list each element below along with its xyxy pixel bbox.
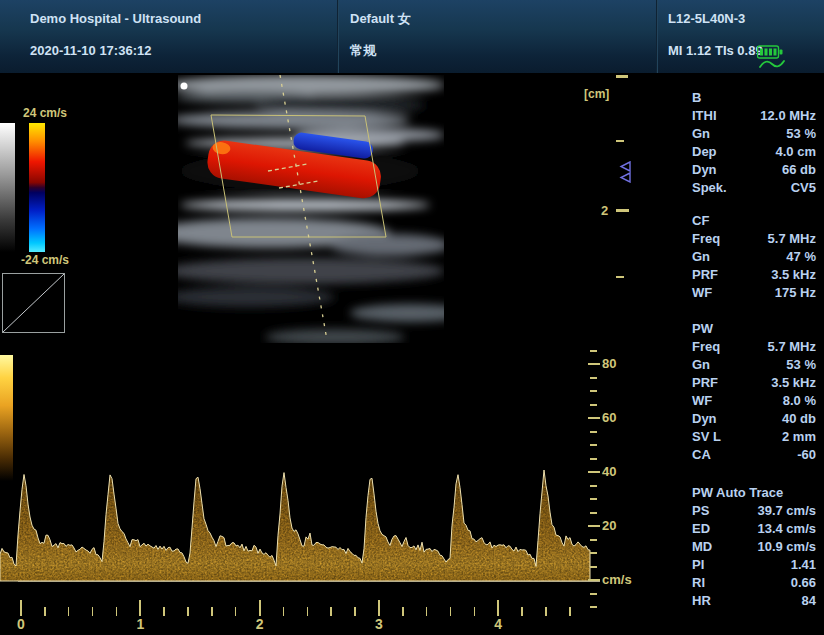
param-row: WF8.0 % (692, 392, 816, 410)
acoustic-indices: MI 1.12 TIs 0.89 (668, 43, 763, 58)
gray-curve-box (2, 273, 65, 333)
velocity-minor-tick (590, 593, 597, 595)
velocity-minor-tick (590, 512, 597, 514)
parameter-panel: B ITHI12.0 MHz Gn53 % Dep4.0 cm Dyn66 db… (692, 89, 816, 610)
battery-icon (757, 45, 783, 59)
param-row: Freq5.7 MHz (692, 230, 816, 248)
patient-preset: Default 女 (350, 11, 411, 26)
velocity-unit-label: cm/s (602, 572, 632, 587)
section-title-pw: PW (692, 320, 816, 338)
time-minor-tick (426, 607, 428, 616)
velocity-minor-tick (590, 552, 597, 554)
velocity-major-tick (588, 471, 600, 473)
depth-tick (616, 140, 624, 142)
cf-mode-section: CF Freq5.7 MHz Gn47 % PRF3.5 kHz WF175 H… (692, 212, 816, 302)
time-major-tick (378, 600, 380, 616)
velocity-baseline-tick (588, 579, 600, 581)
velocity-minor-tick (590, 444, 597, 446)
param-row: Dyn40 db (692, 410, 816, 428)
time-minor-tick (68, 607, 70, 616)
color-doppler-bar (29, 123, 45, 252)
velocity-axis-label: 80 (602, 356, 616, 371)
param-row: PRF3.5 kHz (692, 266, 816, 284)
exam-mode: 常规 (350, 43, 376, 58)
b-mode-section: B ITHI12.0 MHz Gn53 % Dep4.0 cm Dyn66 db… (692, 89, 816, 197)
param-row: Gn47 % (692, 248, 816, 266)
b-mode-image (155, 75, 445, 345)
time-axis-label: 2 (250, 616, 270, 632)
depth-tick (616, 276, 624, 278)
time-minor-tick (211, 607, 213, 616)
time-minor-tick (235, 607, 237, 616)
velocity-minor-tick (590, 458, 597, 460)
param-row: RI0.66 (692, 574, 816, 592)
time-axis-label: 3 (369, 616, 389, 632)
velocity-minor-tick (590, 377, 597, 379)
time-major-tick (259, 600, 261, 616)
param-row: PI1.41 (692, 556, 816, 574)
pw-auto-trace-section: PW Auto Trace PS39.7 cm/s ED13.4 cm/s MD… (692, 484, 816, 610)
velocity-minor-tick (590, 498, 597, 500)
param-row: Dyn66 db (692, 161, 816, 179)
depth-2cm-label: 2 (601, 203, 608, 218)
param-row: Gn53 % (692, 125, 816, 143)
time-axis-label: 4 (488, 616, 508, 632)
velocity-axis-label: 60 (602, 410, 616, 425)
velocity-minor-tick (590, 390, 597, 392)
depth-tick (616, 75, 628, 78)
param-row: Freq5.7 MHz (692, 338, 816, 356)
section-title-pw-auto-trace: PW Auto Trace (692, 484, 816, 502)
velocity-major-tick (588, 417, 600, 419)
velocity-minor-tick (590, 606, 597, 608)
gray-curve-diagonal (3, 274, 64, 332)
time-minor-tick (474, 607, 476, 616)
time-minor-tick (545, 607, 547, 616)
ac-power-wave-icon (759, 58, 785, 70)
section-title-cf: CF (692, 212, 816, 230)
param-row: WF175 Hz (692, 284, 816, 302)
time-minor-tick (521, 607, 523, 616)
time-axis-label: 0 (11, 616, 31, 632)
section-title-b: B (692, 89, 816, 107)
time-minor-tick (283, 607, 285, 616)
velocity-major-tick (588, 363, 600, 365)
top-status-bar: Demo Hospital - Ultrasound 2020-11-10 17… (0, 0, 824, 73)
param-row: MD10.9 cm/s (692, 538, 816, 556)
param-row: HR84 (692, 592, 816, 610)
datetime: 2020-11-10 17:36:12 (30, 43, 151, 58)
pw-spectral-waveform (0, 345, 592, 592)
velocity-minor-tick (590, 350, 597, 352)
ultrasound-screen: Demo Hospital - Ultrasound 2020-11-10 17… (0, 0, 824, 635)
time-minor-tick (187, 607, 189, 616)
velocity-minor-tick (590, 566, 597, 568)
time-minor-tick (402, 607, 404, 616)
time-major-tick (20, 600, 22, 616)
spectrum-noise (0, 470, 590, 581)
time-minor-tick (307, 607, 309, 616)
depth-unit-label: [cm] (584, 87, 609, 101)
param-row: CA-60 (692, 446, 816, 464)
time-minor-tick (354, 607, 356, 616)
velocity-minor-tick (590, 485, 597, 487)
focus-marker-icon (618, 161, 632, 183)
time-minor-tick (163, 607, 165, 616)
param-row: ITHI12.0 MHz (692, 107, 816, 125)
grayscale-bar (0, 123, 15, 252)
param-row: Dep4.0 cm (692, 143, 816, 161)
param-row: Gn53 % (692, 356, 816, 374)
color-scale-min-label: -24 cm/s (14, 253, 76, 267)
time-axis-label: 1 (130, 616, 150, 632)
depth-tick (616, 209, 629, 212)
param-row: ED13.4 cm/s (692, 520, 816, 538)
velocity-axis-label: 40 (602, 464, 616, 479)
time-major-tick (139, 600, 141, 616)
time-minor-tick (569, 607, 571, 616)
velocity-minor-tick (590, 539, 597, 541)
param-row: SV L2 mm (692, 428, 816, 446)
param-row: Spek.CV5 (692, 179, 816, 197)
param-row: PRF3.5 kHz (692, 374, 816, 392)
spectrum-baseline (18, 581, 600, 582)
time-minor-tick (450, 607, 452, 616)
pw-mode-section: PW Freq5.7 MHz Gn53 % PRF3.5 kHz WF8.0 %… (692, 320, 816, 464)
probe-orientation-dot (181, 83, 188, 90)
